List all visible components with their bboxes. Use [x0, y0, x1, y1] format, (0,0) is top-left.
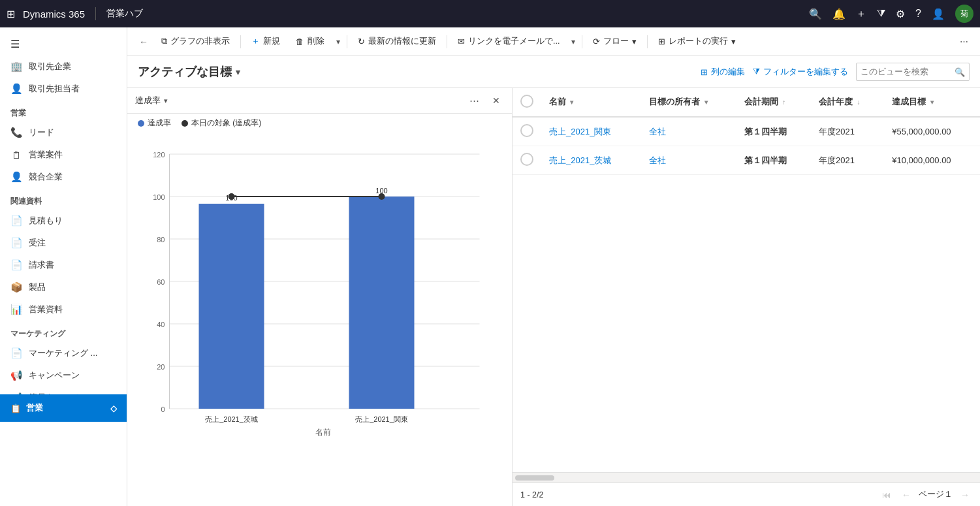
title-chevron-icon[interactable]: ▾ [236, 67, 240, 77]
legend-dot-achievement [138, 120, 144, 127]
add-icon[interactable]: ＋ [856, 7, 866, 21]
col-name[interactable]: 名前 ▾ [541, 88, 641, 117]
email-icon: ✉ [458, 37, 465, 46]
notification-icon[interactable]: 🔔 [832, 8, 846, 20]
sidebar-item-leads-label: リード [29, 127, 54, 138]
report-chevron: ▾ [731, 37, 736, 46]
col-owner[interactable]: 目標の所有者 ▾ [641, 88, 736, 117]
marketing-list-icon: 📄 [10, 347, 22, 359]
horizontal-scrollbar[interactable] [513, 472, 980, 482]
new-button[interactable]: ＋ 新規 [245, 33, 287, 50]
sidebar-item-campaign[interactable]: 📢 キャンペーン [0, 364, 127, 387]
row2-radio[interactable] [520, 153, 533, 166]
row1-name[interactable]: 売上_2021_関東 [541, 117, 641, 146]
svg-text:120: 120 [153, 151, 165, 159]
row2-target: ¥10,000,000.00 [884, 146, 980, 175]
sidebar-item-quotes[interactable]: 📄 見積もり [0, 210, 127, 232]
email-dropdown[interactable]: ▾ [569, 35, 578, 49]
edit-columns-button[interactable]: ⊞ 列の編集 [701, 66, 745, 78]
flow-icon: ⟳ [593, 37, 600, 46]
sidebar-item-competitors-label: 競合企業 [29, 171, 63, 183]
view-search-input[interactable] [861, 67, 952, 76]
split-view: 達成率 ▾ ⋯ ✕ 達成率 本日の対象 (達成率) [127, 88, 980, 506]
prev-page-button[interactable]: ← [899, 488, 913, 501]
period-sort-icon: ↑ [782, 99, 785, 106]
scrollbar-thumb[interactable] [515, 475, 554, 481]
accounts-icon: 🏢 [10, 61, 22, 72]
refresh-icon: ↻ [358, 37, 365, 46]
refresh-button[interactable]: ↻ 最新の情報に更新 [351, 33, 443, 50]
back-button[interactable]: ← [135, 34, 152, 50]
edit-filters-button[interactable]: ⧩ フィルターを編集する [753, 66, 848, 78]
competitors-icon: 👤 [10, 171, 22, 183]
row2-check[interactable] [513, 146, 541, 175]
user-icon[interactable]: 👤 [932, 8, 945, 20]
toolbar-divider-3 [447, 35, 447, 48]
leads-icon: 📞 [10, 127, 22, 138]
search-submit-icon[interactable]: 🔍 [955, 67, 965, 77]
sidebar-section-related: 関連資料 [0, 188, 127, 210]
row1-year: 年度2021 [811, 117, 884, 146]
sidebar-item-campaign-label: キャンペーン [29, 370, 80, 381]
nav-divider [95, 7, 96, 20]
delete-dropdown[interactable]: ▾ [334, 35, 343, 49]
flow-button[interactable]: ⟳ フロー ▾ [586, 33, 643, 50]
row1-period: 第１四半期 [736, 117, 811, 146]
row2-name[interactable]: 売上_2021_茨城 [541, 146, 641, 175]
sidebar-bottom-chevron[interactable]: ◇ [110, 403, 117, 413]
grid-panel: 名前 ▾ 目標の所有者 ▾ 会計期間 ↑ [513, 88, 980, 506]
sidebar-item-orders[interactable]: 📄 受注 [0, 232, 127, 254]
target-dot-ibaraki [229, 193, 235, 200]
col-target[interactable]: 達成目標 ▾ [884, 88, 980, 117]
columns-icon: ⊞ [701, 67, 708, 77]
sidebar-item-sales-material[interactable]: 📊 営業資料 [0, 298, 127, 321]
row1-owner[interactable]: 全社 [641, 117, 736, 146]
view-search-box[interactable]: 🔍 [856, 63, 970, 81]
email-link-button[interactable]: ✉ リンクを電子メールで... [451, 33, 566, 50]
sidebar-bottom-bar[interactable]: 📋 営業 ◇ [0, 394, 127, 422]
header-right: ⊞ 列の編集 ⧩ フィルターを編集する 🔍 [701, 63, 970, 81]
chart-title-chevron[interactable]: ▾ [164, 97, 168, 105]
apps-icon[interactable]: ⊞ [7, 8, 15, 20]
sidebar-item-products[interactable]: 📦 製品 [0, 276, 127, 298]
sidebar-collapse-button[interactable]: ☰ [0, 33, 127, 55]
target-dot-kanto [379, 193, 385, 200]
col-year[interactable]: 会計年度 ↓ [811, 88, 884, 117]
chart-more-button[interactable]: ⋯ [466, 93, 483, 108]
filter-icon[interactable]: ⧩ [877, 8, 885, 20]
report-icon: ⊞ [658, 37, 665, 46]
contacts-icon: 👤 [10, 83, 22, 95]
year-sort-icon: ↓ [857, 99, 860, 106]
sidebar-item-marketing-list[interactable]: 📄 マーケティング ... [0, 342, 127, 364]
settings-icon[interactable]: ⚙ [896, 8, 905, 20]
row1-radio[interactable] [520, 124, 533, 137]
help-icon[interactable]: ? [915, 8, 921, 20]
toolbar-more-button[interactable]: ⋯ [956, 34, 972, 49]
sidebar-item-accounts[interactable]: 🏢 取引先企業 [0, 55, 127, 78]
next-page-button[interactable]: → [958, 488, 972, 501]
sidebar-bottom-label: 営業 [26, 402, 43, 414]
quotes-icon: 📄 [10, 215, 22, 227]
hide-chart-button[interactable]: ⧉ グラフの非表示 [155, 33, 236, 50]
chart-close-button[interactable]: ✕ [488, 94, 504, 107]
sidebar-item-opportunities[interactable]: 🗒 営業案件 [0, 144, 127, 166]
svg-text:名前: 名前 [315, 428, 331, 437]
col-period[interactable]: 会計期間 ↑ [736, 88, 811, 117]
svg-text:売上_2021_関東: 売上_2021_関東 [355, 415, 408, 423]
toolbar-divider-1 [240, 35, 241, 48]
sidebar-item-competitors[interactable]: 👤 競合企業 [0, 166, 127, 188]
search-icon[interactable]: 🔍 [809, 8, 822, 20]
avatar[interactable]: 菊 [955, 5, 973, 23]
legend-item-target: 本日の対象 (達成率) [182, 118, 261, 129]
sidebar-item-products-label: 製品 [29, 281, 46, 293]
sidebar-item-leads[interactable]: 📞 リード [0, 121, 127, 144]
row2-period: 第１四半期 [736, 146, 811, 175]
delete-button[interactable]: 🗑 削除 [289, 33, 331, 50]
report-button[interactable]: ⊞ レポートの実行 ▾ [652, 33, 742, 50]
first-page-button[interactable]: ⏮ [879, 488, 894, 501]
row2-owner[interactable]: 全社 [641, 146, 736, 175]
row1-check[interactable] [513, 117, 541, 146]
chart-panel: 達成率 ▾ ⋯ ✕ 達成率 本日の対象 (達成率) [127, 88, 513, 506]
sidebar-item-contacts[interactable]: 👤 取引先担当者 [0, 78, 127, 100]
sidebar-item-invoices[interactable]: 📄 請求書 [0, 254, 127, 276]
